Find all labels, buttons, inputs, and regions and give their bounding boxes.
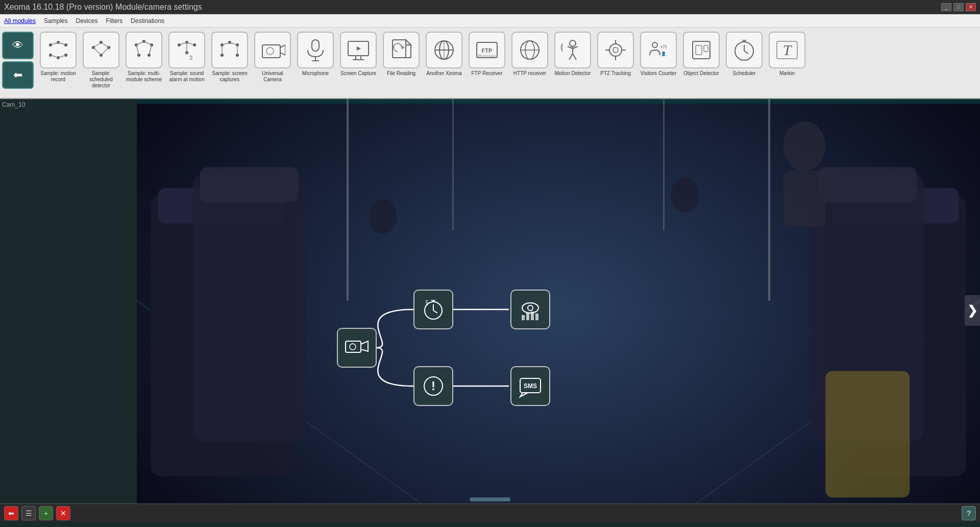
ptz-tracking-label: PTZ Tracking — [600, 70, 630, 77]
microphone-label: Microphone — [302, 70, 329, 77]
menu-devices[interactable]: Devices — [76, 17, 98, 25]
svg-line-9 — [58, 55, 66, 58]
svg-point-69 — [570, 40, 576, 46]
svg-line-26 — [149, 45, 152, 55]
titlebar-title: Xeoma 16.10.18 (Pro version) Module/came… — [4, 3, 202, 12]
eye-icon[interactable]: 👁 — [2, 32, 34, 59]
module-visitors-counter[interactable]: +N 👤 Visitors Counter — [638, 32, 679, 89]
screen-capture-icon — [340, 32, 377, 68]
module-another-xeoma[interactable]: Another Xeoma — [424, 32, 464, 89]
sidebar-panel — [0, 99, 137, 522]
sample-screen-icon — [211, 32, 248, 68]
svg-rect-104 — [200, 167, 299, 202]
flow-node-visitors[interactable] — [510, 290, 550, 329]
titlebar: Xeoma 16.10.18 (Pro version) Module/came… — [0, 0, 980, 14]
flow-node-sms[interactable]: SMS — [510, 366, 550, 406]
add-button[interactable]: + — [39, 506, 53, 520]
minimize-button[interactable]: _ — [941, 3, 951, 11]
svg-line-15 — [101, 42, 109, 47]
background-image — [137, 99, 980, 522]
bottombar: ⬅ ☰ + ✕ ? — [0, 504, 980, 522]
right-arrow-icon: ❯ — [967, 303, 977, 318]
help-icon: ? — [967, 509, 971, 517]
module-markin[interactable]: T Markin — [767, 32, 807, 89]
right-arrow-button[interactable]: ❯ — [965, 295, 980, 326]
svg-text:SMS: SMS — [524, 382, 537, 390]
svg-marker-54 — [406, 40, 411, 45]
svg-rect-43 — [262, 45, 280, 58]
svg-point-131 — [522, 303, 538, 313]
maximize-button[interactable]: □ — [953, 3, 964, 11]
module-file-reading[interactable]: File Reading — [381, 32, 422, 89]
menu-destinations[interactable]: Destinations — [131, 17, 164, 25]
module-object-detector[interactable]: Object Detector — [681, 32, 722, 89]
module-sample-sound[interactable]: Sample: sound alarm at motion — [166, 32, 207, 89]
svg-marker-120 — [361, 341, 368, 351]
svg-point-118 — [671, 178, 699, 213]
svg-line-31 — [179, 42, 187, 45]
menu-filters[interactable]: Filters — [106, 17, 122, 25]
module-sample-motion[interactable]: Sample: motion record — [38, 32, 79, 89]
flow-node-scheduler[interactable] — [413, 290, 453, 329]
module-ftp-receiver[interactable]: FTP Receiver FTP Receiver — [467, 32, 507, 89]
motion-detector-icon — [554, 32, 591, 68]
svg-point-81 — [652, 42, 657, 47]
delete-button[interactable]: ✕ — [56, 506, 70, 520]
module-sample-scheduled[interactable]: Sample: scheduled detector — [81, 32, 121, 89]
svg-line-89 — [744, 51, 748, 54]
svg-rect-86 — [704, 45, 708, 52]
module-motion-detector[interactable]: Motion Detector — [552, 32, 593, 89]
svg-text:T: T — [783, 41, 793, 58]
svg-rect-116 — [825, 371, 910, 497]
bottom-indicator — [470, 497, 510, 501]
svg-rect-108 — [818, 167, 917, 202]
titlebar-controls: _ □ ✕ — [941, 3, 976, 11]
left-panel: 👁 ⬅ — [2, 32, 34, 89]
flow-node-motion[interactable]: ! — [413, 366, 453, 406]
screen-capture-label: Screen Capture — [340, 70, 376, 77]
back-button[interactable]: ⬅ — [4, 506, 18, 520]
close-button[interactable]: ✕ — [966, 3, 976, 11]
arrow-icon[interactable]: ⬅ — [2, 61, 34, 89]
svg-rect-53 — [393, 40, 406, 58]
sample-scheduled-label: Sample: scheduled detector — [81, 70, 121, 89]
visitors-counter-label: Visitors Counter — [641, 70, 677, 77]
object-detector-label: Object Detector — [683, 70, 719, 77]
cam-label: Cam_10 — [2, 101, 25, 108]
file-reading-icon — [383, 32, 420, 68]
module-sample-screen[interactable]: Sample: screen captures — [209, 32, 250, 89]
svg-text:👤: 👤 — [661, 51, 666, 56]
list-button[interactable]: ☰ — [21, 506, 36, 520]
sample-sound-icon — [168, 32, 205, 68]
another-xeoma-label: Another Xeoma — [426, 70, 462, 77]
module-screen-capture[interactable]: Screen Capture — [338, 32, 379, 89]
visitors-counter-icon: +N 👤 — [640, 32, 677, 68]
flow-node-camera[interactable] — [337, 328, 377, 368]
menu-all-modules[interactable]: All modules — [4, 17, 36, 25]
svg-rect-85 — [696, 45, 702, 55]
module-scheduler[interactable]: Scheduler — [724, 32, 765, 89]
svg-marker-140 — [520, 393, 528, 397]
module-ptz-tracking[interactable]: PTZ Tracking — [595, 32, 636, 89]
module-http-receiver[interactable]: HTTP receiver — [509, 32, 550, 89]
svg-point-45 — [266, 47, 274, 55]
universal-camera-icon — [254, 32, 291, 68]
menu-samples[interactable]: Samples — [44, 17, 68, 25]
svg-text:FTP: FTP — [482, 47, 493, 54]
svg-line-23 — [136, 41, 144, 45]
svg-line-24 — [144, 41, 152, 45]
help-button[interactable]: ? — [962, 506, 976, 520]
svg-rect-96 — [137, 99, 980, 104]
svg-text:Receiver: Receiver — [478, 54, 496, 59]
module-microphone[interactable]: Microphone — [295, 32, 336, 89]
object-detector-icon — [683, 32, 720, 68]
svg-marker-58 — [402, 45, 405, 50]
svg-point-132 — [528, 305, 533, 310]
sample-scheduled-icon — [83, 32, 119, 68]
svg-line-16 — [101, 47, 109, 55]
menubar: All modules Samples Devices Filters Dest… — [0, 14, 980, 28]
module-universal-camera[interactable]: Universal Camera — [252, 32, 293, 89]
module-sample-multi[interactable]: Sample: multi-module scheme — [124, 32, 164, 89]
another-xeoma-icon — [426, 32, 462, 68]
svg-point-109 — [783, 122, 826, 171]
